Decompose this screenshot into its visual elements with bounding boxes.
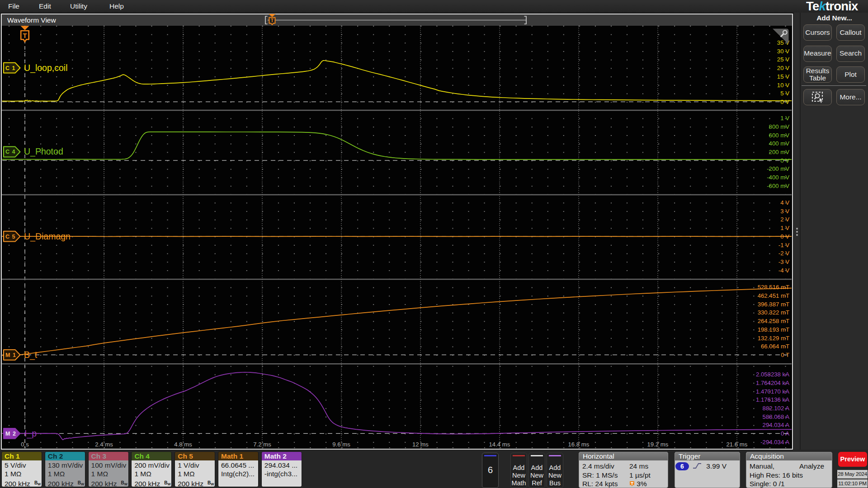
svg-text:1 V: 1 V bbox=[780, 225, 789, 231]
svg-text:1 V: 1 V bbox=[780, 115, 789, 122]
svg-text:132.129 mT: 132.129 mT bbox=[758, 335, 789, 342]
svg-text:M 1: M 1 bbox=[5, 352, 16, 358]
svg-text:3 V: 3 V bbox=[780, 208, 789, 215]
svg-text:25 V: 25 V bbox=[777, 56, 789, 63]
svg-text:528.516 mT: 528.516 mT bbox=[758, 284, 789, 291]
svg-text:0 A: 0 A bbox=[781, 430, 789, 437]
svg-text:1.176136 kA: 1.176136 kA bbox=[756, 396, 789, 403]
svg-text:M 2: M 2 bbox=[5, 431, 16, 437]
svg-text:-2 V: -2 V bbox=[778, 250, 789, 257]
svg-text:882.102 A: 882.102 A bbox=[763, 405, 790, 412]
svg-text:21.6 ms: 21.6 ms bbox=[726, 441, 748, 448]
svg-text:800 mV: 800 mV bbox=[769, 123, 790, 130]
svg-text:-400 mV: -400 mV bbox=[767, 174, 789, 181]
svg-text:-600 mV: -600 mV bbox=[767, 183, 789, 189]
svg-text:7.2 ms: 7.2 ms bbox=[253, 441, 271, 448]
svg-text:14.4 ms: 14.4 ms bbox=[489, 441, 510, 448]
svg-text:T: T bbox=[23, 32, 27, 39]
svg-text:I_p: I_p bbox=[24, 428, 37, 439]
svg-text:-200 mV: -200 mV bbox=[767, 165, 789, 172]
svg-text:330.322 mT: 330.322 mT bbox=[758, 309, 789, 316]
svg-text:-294.034 A: -294.034 A bbox=[760, 439, 789, 446]
svg-text:0 V: 0 V bbox=[780, 233, 789, 240]
svg-text:2.058238 kA: 2.058238 kA bbox=[756, 371, 789, 378]
svg-text:294.034 A: 294.034 A bbox=[763, 422, 790, 428]
svg-text:1.470170 kA: 1.470170 kA bbox=[756, 388, 789, 395]
svg-text:400 mV: 400 mV bbox=[769, 140, 790, 147]
svg-text:30 V: 30 V bbox=[777, 48, 789, 55]
svg-text:0 T: 0 T bbox=[781, 352, 789, 358]
svg-text:0 V: 0 V bbox=[780, 99, 789, 105]
svg-text:9.6 ms: 9.6 ms bbox=[332, 441, 350, 448]
svg-text:U_Photod: U_Photod bbox=[24, 146, 63, 157]
svg-text:20 V: 20 V bbox=[777, 65, 789, 71]
svg-text:-3 V: -3 V bbox=[778, 258, 789, 265]
svg-text:200 mV: 200 mV bbox=[769, 149, 790, 155]
svg-text:T: T bbox=[271, 18, 274, 23]
svg-text:0 s: 0 s bbox=[21, 441, 29, 448]
svg-text:10 V: 10 V bbox=[777, 82, 789, 89]
svg-text:0 V: 0 V bbox=[780, 157, 789, 164]
svg-text:198.193 mT: 198.193 mT bbox=[758, 326, 789, 333]
svg-text:66.064 mT: 66.064 mT bbox=[761, 343, 789, 350]
svg-text:-1 V: -1 V bbox=[778, 242, 789, 249]
svg-text:600 mV: 600 mV bbox=[769, 132, 790, 139]
svg-text:C 4: C 4 bbox=[5, 149, 15, 155]
svg-text:5 V: 5 V bbox=[780, 90, 789, 97]
svg-text:2 V: 2 V bbox=[780, 216, 789, 223]
svg-text:264.258 mT: 264.258 mT bbox=[758, 318, 789, 324]
svg-text:C 5: C 5 bbox=[5, 234, 15, 240]
svg-text:12 ms: 12 ms bbox=[412, 441, 429, 448]
svg-text:19.2 ms: 19.2 ms bbox=[647, 441, 669, 448]
svg-text:C 1: C 1 bbox=[5, 65, 15, 71]
svg-text:4.8 ms: 4.8 ms bbox=[174, 441, 192, 448]
svg-text:4 V: 4 V bbox=[780, 199, 789, 206]
svg-text:1.764204 kA: 1.764204 kA bbox=[756, 380, 789, 386]
svg-text:B_t: B_t bbox=[24, 350, 38, 360]
svg-text:U_Diamagn: U_Diamagn bbox=[24, 231, 71, 242]
svg-text:462.451 mT: 462.451 mT bbox=[758, 292, 789, 299]
svg-text:-4 V: -4 V bbox=[778, 267, 789, 274]
svg-text:2.4 ms: 2.4 ms bbox=[95, 441, 113, 448]
svg-text:15 V: 15 V bbox=[777, 73, 789, 80]
svg-text:U_loop,coil: U_loop,coil bbox=[24, 63, 67, 73]
svg-text:396.387 mT: 396.387 mT bbox=[758, 301, 789, 308]
svg-text:588.068 A: 588.068 A bbox=[763, 413, 790, 420]
svg-text:16.8 ms: 16.8 ms bbox=[568, 441, 590, 448]
